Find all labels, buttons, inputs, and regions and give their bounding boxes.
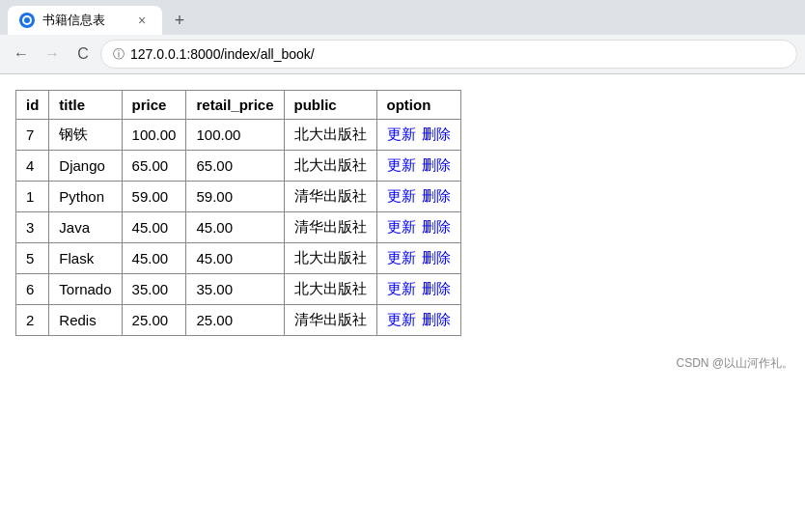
cell-title: Java <box>49 212 122 243</box>
cell-retail-price: 45.00 <box>186 243 284 274</box>
table-row: 3Java45.0045.00清华出版社更新删除 <box>16 212 461 243</box>
cell-retail-price: 65.00 <box>186 151 284 182</box>
cell-public: 清华出版社 <box>284 182 376 212</box>
header-row: id title price retail_price public optio… <box>16 91 461 120</box>
table-row: 4Django65.0065.00北大出版社更新删除 <box>16 151 461 182</box>
cell-public: 清华出版社 <box>284 305 376 336</box>
cell-id: 7 <box>16 120 49 151</box>
cell-id: 3 <box>16 212 49 243</box>
update-link[interactable]: 更新 <box>387 187 416 204</box>
cell-id: 4 <box>16 151 49 182</box>
nav-bar: ← → C ⓘ 127.0.0.1:8000/index/all_book/ <box>0 35 805 73</box>
col-title: title <box>49 91 122 120</box>
cell-price: 100.00 <box>122 120 186 151</box>
new-tab-button[interactable]: + <box>166 7 193 34</box>
cell-public: 北大出版社 <box>284 151 376 182</box>
cell-id: 5 <box>16 243 49 274</box>
cell-retail-price: 35.00 <box>186 274 284 305</box>
lock-icon: ⓘ <box>113 46 125 63</box>
delete-link[interactable]: 删除 <box>422 218 451 235</box>
cell-id: 2 <box>16 305 49 336</box>
cell-option: 更新删除 <box>376 120 460 151</box>
delete-link[interactable]: 删除 <box>422 249 451 266</box>
update-link[interactable]: 更新 <box>387 218 416 235</box>
table-row: 6Tornado35.0035.00北大出版社更新删除 <box>16 274 461 305</box>
cell-price: 45.00 <box>122 212 186 243</box>
cell-id: 1 <box>16 182 49 212</box>
col-retail-price: retail_price <box>186 91 284 120</box>
table-row: 1Python59.0059.00清华出版社更新删除 <box>16 182 461 212</box>
browser-chrome: 书籍信息表 × + ← → C ⓘ 127.0.0.1:8000/index/a… <box>0 0 805 74</box>
favicon-inner <box>22 15 32 25</box>
cell-title: Python <box>49 182 122 212</box>
cell-option: 更新删除 <box>376 274 460 305</box>
cell-public: 北大出版社 <box>284 120 376 151</box>
tab-bar: 书籍信息表 × + <box>0 0 805 35</box>
tab-favicon <box>19 13 35 28</box>
forward-button[interactable]: → <box>39 41 66 68</box>
table-row: 7钢铁100.00100.00北大出版社更新删除 <box>16 120 461 151</box>
table-row: 5Flask45.0045.00北大出版社更新删除 <box>16 243 461 274</box>
delete-link[interactable]: 删除 <box>422 187 451 204</box>
active-tab[interactable]: 书籍信息表 × <box>8 6 162 35</box>
cell-id: 6 <box>16 274 49 305</box>
cell-retail-price: 100.00 <box>186 120 284 151</box>
page-content: id title price retail_price public optio… <box>0 74 805 351</box>
books-table: id title price retail_price public optio… <box>15 90 461 336</box>
delete-link[interactable]: 删除 <box>422 156 451 173</box>
cell-option: 更新删除 <box>376 151 460 182</box>
col-option: option <box>376 91 460 120</box>
tab-title: 书籍信息表 <box>42 12 125 29</box>
delete-link[interactable]: 删除 <box>422 280 451 296</box>
update-link[interactable]: 更新 <box>387 311 416 327</box>
col-price: price <box>122 91 186 120</box>
cell-public: 北大出版社 <box>284 243 376 274</box>
cell-option: 更新删除 <box>376 243 460 274</box>
cell-title: 钢铁 <box>49 120 122 151</box>
cell-price: 25.00 <box>122 305 186 336</box>
address-text: 127.0.0.1:8000/index/all_book/ <box>130 46 785 62</box>
table-row: 2Redis25.0025.00清华出版社更新删除 <box>16 305 461 336</box>
cell-retail-price: 59.00 <box>186 182 284 212</box>
address-bar[interactable]: ⓘ 127.0.0.1:8000/index/all_book/ <box>100 40 797 69</box>
cell-option: 更新删除 <box>376 212 460 243</box>
col-public: public <box>284 91 376 120</box>
back-button[interactable]: ← <box>8 41 35 68</box>
cell-price: 35.00 <box>122 274 186 305</box>
table-header: id title price retail_price public optio… <box>16 91 461 120</box>
cell-option: 更新删除 <box>376 305 460 336</box>
cell-public: 北大出版社 <box>284 274 376 305</box>
cell-title: Redis <box>49 305 122 336</box>
refresh-button[interactable]: C <box>69 41 97 68</box>
watermark: CSDN @以山河作礼。 <box>0 351 805 376</box>
cell-price: 45.00 <box>122 243 186 274</box>
update-link[interactable]: 更新 <box>387 249 416 266</box>
cell-title: Tornado <box>49 274 122 305</box>
cell-price: 59.00 <box>122 182 186 212</box>
cell-price: 65.00 <box>122 151 186 182</box>
delete-link[interactable]: 删除 <box>422 126 451 142</box>
cell-retail-price: 25.00 <box>186 305 284 336</box>
cell-title: Django <box>49 151 122 182</box>
delete-link[interactable]: 删除 <box>422 311 451 327</box>
cell-title: Flask <box>49 243 122 274</box>
update-link[interactable]: 更新 <box>387 280 416 296</box>
cell-retail-price: 45.00 <box>186 212 284 243</box>
col-id: id <box>16 91 49 120</box>
cell-public: 清华出版社 <box>284 212 376 243</box>
update-link[interactable]: 更新 <box>387 156 416 173</box>
tab-close-button[interactable]: × <box>133 12 151 29</box>
table-body: 7钢铁100.00100.00北大出版社更新删除4Django65.0065.0… <box>16 120 461 336</box>
cell-option: 更新删除 <box>376 182 460 212</box>
update-link[interactable]: 更新 <box>387 126 416 142</box>
